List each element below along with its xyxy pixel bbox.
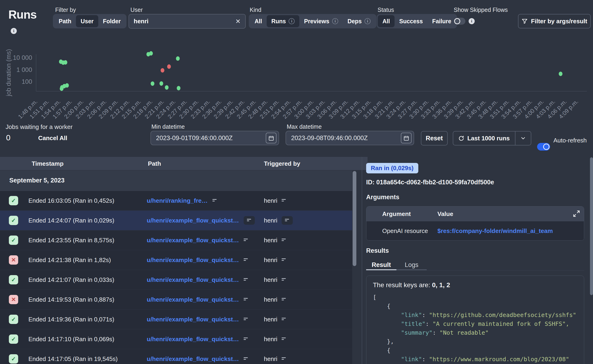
filter-lines-icon <box>282 199 286 202</box>
filter-by-label: Filter by <box>55 6 76 13</box>
resource-link[interactable]: $res:f/company-folder/windmill_ai_team <box>437 228 553 234</box>
filter-by-user-button[interactable] <box>282 278 286 282</box>
job-id: ID: 018a654c-d062-fbb2-d100-59fa70df500e <box>366 179 494 186</box>
filter-by-user-button[interactable] <box>282 216 293 225</box>
kind-deps-info-icon[interactable]: i <box>364 18 371 24</box>
toggle-knob <box>454 18 460 24</box>
run-timestamp: Ended 16:03:05 (Ran in 0,452s) <box>28 197 114 204</box>
kind-segmented: All Runs i Previews i Deps i <box>249 14 376 28</box>
auto-refresh-toggle[interactable] <box>537 143 550 150</box>
runs-info-icon[interactable]: i <box>11 28 17 34</box>
filter-by-path-button[interactable] <box>244 357 248 361</box>
arguments-table-header: Argument Value <box>366 207 584 221</box>
filter-lines-icon <box>244 278 248 282</box>
run-path-link[interactable]: u/henri/example_flow_quickst… <box>147 276 239 284</box>
filter-by-user-button[interactable] <box>282 239 286 242</box>
filter-by-user-button[interactable] <box>282 298 286 301</box>
run-path-link[interactable]: u/henri/example_flow_quickst… <box>147 217 239 224</box>
kind-runs-info-icon[interactable]: i <box>289 18 295 24</box>
filter-by-user-button[interactable] <box>282 318 286 321</box>
filter-by-user-button[interactable] <box>282 338 286 341</box>
table-row[interactable]: ✕Ended 14:21:38 (Ran in 1,82s)u/henri/ex… <box>0 250 352 270</box>
table-scrollbar[interactable] <box>353 171 356 266</box>
filter-args-result-button[interactable]: Filter by args/result <box>518 14 591 28</box>
table-row[interactable]: ✓Ended 14:17:05 (Ran in 19,545s)u/henri/… <box>0 349 352 364</box>
status-success[interactable]: Success <box>395 15 427 27</box>
filter-by-path-button[interactable] <box>244 239 248 242</box>
clear-user-filter-icon[interactable]: ✕ <box>235 18 241 25</box>
status-failure[interactable]: Failure <box>427 15 456 27</box>
filter-by-path-button[interactable] <box>244 278 248 282</box>
runs-limit-button[interactable]: Last 1000 runs <box>453 135 515 142</box>
table-row[interactable]: ✓Ended 14:19:36 (Ran in 0,071s)u/henri/e… <box>0 310 352 329</box>
run-path-link[interactable]: u/henri/example_flow_quickst… <box>147 355 239 363</box>
filter-by-path[interactable]: Path <box>54 15 76 27</box>
run-timestamp: Ended 14:19:36 (Ran in 0,071s) <box>28 316 114 323</box>
col-argument: Argument <box>366 210 437 218</box>
tab-result[interactable]: Result <box>366 261 396 270</box>
runs-limit-dropdown[interactable] <box>515 135 531 141</box>
kind-deps[interactable]: Deps i <box>343 15 375 27</box>
cancel-all-button[interactable]: Cancel All <box>38 135 67 142</box>
filter-lines-icon <box>244 338 248 341</box>
success-status-icon: ✓ <box>9 334 18 344</box>
col-triggered-by: Triggered by <box>264 160 300 167</box>
skipped-flows-toggle[interactable] <box>454 18 465 25</box>
table-row[interactable]: ✓Ended 14:23:55 (Ran in 8,575s)u/henri/e… <box>0 230 352 250</box>
panel-scrollbar[interactable] <box>590 157 593 295</box>
runs-page: Runs i Filter by Path User Folder User h… <box>0 0 593 364</box>
filter-by-user-button[interactable] <box>282 357 286 361</box>
filter-by-path-button[interactable] <box>244 258 248 262</box>
expand-icon[interactable] <box>573 210 580 218</box>
svg-text:1 000: 1 000 <box>16 66 32 73</box>
max-datetime-input[interactable]: 2023-09-08T09:46:00.000Z <box>286 131 414 145</box>
kind-runs[interactable]: Runs i <box>267 15 300 27</box>
filter-by-path-button[interactable] <box>244 298 248 301</box>
filter-by-path-button[interactable] <box>244 318 248 321</box>
kind-previews-info-icon[interactable]: i <box>332 18 338 24</box>
filter-by-folder[interactable]: Folder <box>98 15 125 27</box>
run-timestamp: Ended 14:24:07 (Ran in 0,029s) <box>28 217 114 224</box>
filter-by-user[interactable]: User <box>76 15 98 27</box>
run-path-link[interactable]: u/henri/example_flow_quickst… <box>147 316 239 323</box>
kind-previews[interactable]: Previews i <box>299 15 343 27</box>
run-path-link[interactable]: u/henri/example_flow_quickst… <box>147 237 239 244</box>
svg-text:100: 100 <box>22 78 32 85</box>
filter-by-user-button[interactable] <box>282 258 286 262</box>
min-datetime-input[interactable]: 2023-09-01T09:46:00.000Z <box>151 131 279 145</box>
skipped-flows-info-icon[interactable]: i <box>469 18 475 24</box>
filter-by-user-button[interactable] <box>282 199 286 202</box>
ran-in-badge: Ran in (0,029s) <box>366 163 418 173</box>
run-path-link[interactable]: u/henri/example_flow_quickst… <box>147 256 239 264</box>
run-path-link[interactable]: u/henri/example_flow_quickst… <box>147 296 239 303</box>
filter-lines-icon <box>282 338 286 341</box>
success-status-icon: ✓ <box>9 196 18 205</box>
filter-lines-icon <box>282 258 286 262</box>
calendar-icon <box>403 135 409 141</box>
svg-text:job duration (ms): job duration (ms) <box>5 49 12 97</box>
table-row[interactable]: ✓Ended 14:17:10 (Ran in 0,069s)u/henri/e… <box>0 329 352 349</box>
kind-all[interactable]: All <box>250 15 267 27</box>
chevron-down-icon <box>520 135 526 141</box>
filter-by-path-button[interactable] <box>244 216 255 225</box>
tab-logs[interactable]: Logs <box>396 261 427 270</box>
user-filter-input[interactable]: henri ✕ <box>129 14 246 29</box>
run-path-link[interactable]: u/henri/ranking_fre… <box>147 197 208 204</box>
max-datetime-calendar-button[interactable] <box>401 133 412 143</box>
table-row[interactable]: ✓Ended 16:03:05 (Ran in 0,452s)u/henri/r… <box>0 191 352 211</box>
min-datetime-calendar-button[interactable] <box>266 133 277 143</box>
table-row[interactable]: ✓Ended 14:24:07 (Ran in 0,029s)u/henri/e… <box>0 211 352 230</box>
filter-lines-icon <box>282 239 286 242</box>
result-title: The result keys are: 0, 1, 2 <box>373 281 577 289</box>
filter-lines-icon <box>244 318 248 321</box>
reset-button[interactable]: Reset <box>421 131 448 145</box>
filter-by-path-button[interactable] <box>244 338 248 341</box>
status-all[interactable]: All <box>378 15 395 27</box>
date-section-header: September 5, 2023 <box>0 170 352 191</box>
run-path-link[interactable]: u/henri/example_flow_quickst… <box>147 336 239 343</box>
table-row[interactable]: ✓Ended 14:21:07 (Ran in 0,033s)u/henri/e… <box>0 270 352 290</box>
table-row[interactable]: ✕Ended 14:19:53 (Ran in 0,887s)u/henri/e… <box>0 290 352 310</box>
jobs-waiting-label: Jobs waiting for a worker <box>6 123 73 130</box>
run-triggered-by: henri <box>264 217 277 224</box>
filter-by-path-button[interactable] <box>212 199 217 202</box>
